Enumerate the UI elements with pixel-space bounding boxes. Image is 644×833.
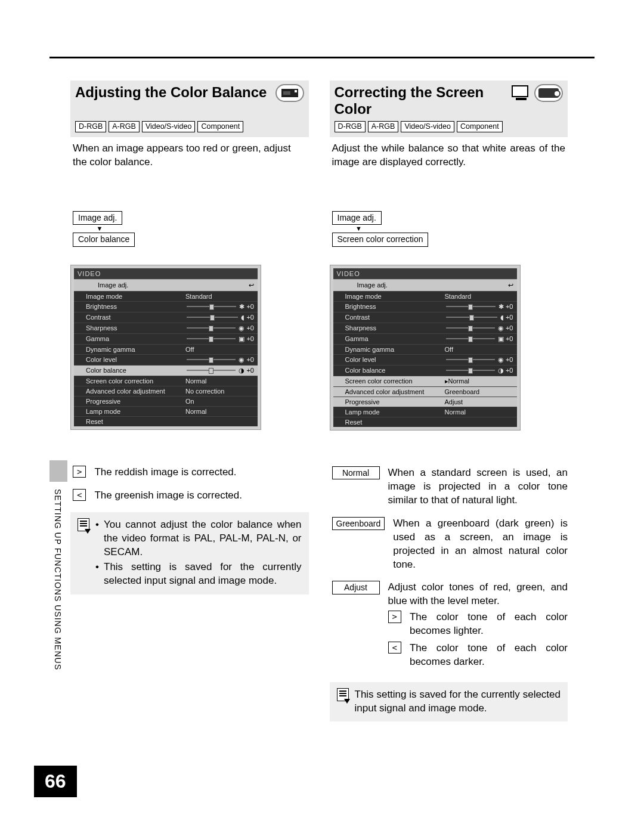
menu-row: ProgressiveOn bbox=[74, 396, 258, 406]
menu-item-label: Reset bbox=[86, 418, 185, 425]
note-item: You cannot adjust the color balance when… bbox=[95, 518, 302, 559]
menu-item-label: Sharpness bbox=[345, 324, 445, 332]
menu-row: Reset bbox=[74, 416, 258, 426]
crumb-top: Image adj. bbox=[73, 211, 122, 225]
option-label: Greenboard bbox=[332, 517, 385, 530]
menu-item-value: Adjust bbox=[445, 398, 513, 405]
section-header-right: Correcting the Screen Color bbox=[330, 80, 568, 121]
menu-item-label: Contrast bbox=[86, 314, 185, 321]
option-label: Adjust bbox=[332, 581, 380, 594]
section-title: Adjusting the Color Balance bbox=[75, 84, 275, 101]
menu-header: VIDEO bbox=[74, 268, 258, 279]
crumb-bottom: Color balance bbox=[73, 233, 135, 247]
menu-item-label: Advanced color adjustment bbox=[86, 388, 185, 395]
side-tab bbox=[49, 460, 67, 482]
menu-item-label: Progressive bbox=[345, 398, 445, 405]
menu-row: Image modeStandard bbox=[74, 291, 258, 301]
input-tags-left: D-RGB A-RGB Video/S-video Component bbox=[70, 121, 309, 137]
menu-item-label: Gamma bbox=[345, 335, 445, 342]
projector-icon bbox=[534, 84, 563, 102]
key-row: > The reddish image is corrected. bbox=[70, 466, 309, 479]
tag: Component bbox=[197, 121, 243, 132]
menu-item-value: Greenboard bbox=[445, 388, 513, 395]
menu-item-value: ✱ +0 bbox=[445, 303, 513, 311]
sub-key-row: <The color tone of each color becomes da… bbox=[388, 642, 568, 669]
menu-row: Gamma▣ +0 bbox=[74, 333, 258, 344]
key-row: < The greenish image is corrected. bbox=[70, 489, 309, 503]
top-rule bbox=[49, 57, 595, 58]
menu-path: Image adj. ▼ Screen color correction bbox=[330, 211, 568, 247]
note-body: This setting is saved for the currently … bbox=[355, 688, 561, 716]
menu-item-label: Lamp mode bbox=[86, 408, 185, 415]
menu-row: Color balance◑ +0 bbox=[333, 365, 517, 376]
menu-item-label: Color level bbox=[345, 356, 445, 363]
chevron-down-icon: ▼ bbox=[73, 225, 126, 232]
right-column: Correcting the Screen Color D-RGB A-RGB … bbox=[330, 80, 568, 721]
menu-item-value: Off bbox=[445, 346, 513, 353]
input-tags-right: D-RGB A-RGB Video/S-video Component bbox=[330, 121, 568, 137]
menu-item-label: Advanced color adjustment bbox=[345, 388, 445, 395]
menu-item-label: Brightness bbox=[345, 303, 445, 310]
menu-row: Reset bbox=[333, 417, 517, 427]
option-row: NormalWhen a standard screen is used, an… bbox=[330, 466, 568, 507]
tag: Component bbox=[457, 121, 503, 132]
crumb-top: Image adj. bbox=[332, 211, 382, 225]
menu-item-label: Color level bbox=[86, 356, 185, 363]
menu-item-label: Sharpness bbox=[86, 324, 185, 332]
menu-item-label: Dynamic gamma bbox=[86, 346, 185, 353]
menu-row: Brightness✱ +0 bbox=[333, 301, 517, 312]
menu-item-value: No correction bbox=[185, 388, 254, 395]
menu-tab: Image adj.↩ bbox=[74, 279, 258, 291]
menu-item-label: Image mode bbox=[345, 293, 445, 300]
menu-tab-label: Image adj. bbox=[357, 281, 388, 289]
menu-item-label: Color balance bbox=[345, 367, 445, 374]
left-column: Adjusting the Color Balance D-RGB A-RGB … bbox=[70, 80, 309, 721]
tag: Video/S-video bbox=[142, 121, 196, 132]
note-box: You cannot adjust the color balance when… bbox=[70, 512, 309, 595]
key-explanations: > The reddish image is corrected. < The … bbox=[70, 466, 309, 595]
menu-item-value: ◉ +0 bbox=[445, 324, 513, 332]
option-row: GreenboardWhen a greenboard (dark green)… bbox=[330, 517, 568, 572]
menu-item-value: ◖ +0 bbox=[185, 314, 254, 321]
note-icon bbox=[78, 518, 89, 531]
pc-icon bbox=[512, 85, 531, 101]
side-section-label: SETTING UP FUNCTIONS USING MENUS bbox=[53, 489, 63, 670]
menu-row: Sharpness◉ +0 bbox=[74, 323, 258, 333]
note-body: You cannot adjust the color balance when… bbox=[95, 518, 302, 589]
option-desc: When a standard screen is used, an image… bbox=[388, 466, 568, 507]
menu-header: VIDEO bbox=[333, 268, 517, 279]
option-label: Normal bbox=[332, 466, 380, 479]
header-icons bbox=[512, 84, 563, 102]
menu-item-label: Reset bbox=[345, 419, 445, 426]
menu-item-value: Normal bbox=[185, 408, 254, 415]
menu-row: Contrast◖ +0 bbox=[74, 312, 258, 323]
menu-row: Color level◉ +0 bbox=[333, 354, 517, 365]
menu-item-label: Lamp mode bbox=[345, 408, 445, 416]
menu-item-value: ◉ +0 bbox=[185, 356, 254, 364]
menu-item-label: Dynamic gamma bbox=[345, 346, 445, 353]
intro-text: When an image appears too red or green, … bbox=[70, 137, 309, 169]
tag: Video/S-video bbox=[401, 121, 454, 132]
remote-icon bbox=[275, 84, 304, 102]
menu-item-value: ◉ +0 bbox=[445, 356, 513, 364]
crumb-bottom: Screen color correction bbox=[332, 233, 429, 247]
menu-item-value: ▸Normal bbox=[445, 377, 513, 385]
menu-item-label: Brightness bbox=[86, 303, 185, 310]
menu-item-value: ◖ +0 bbox=[445, 314, 513, 321]
menu-path: Image adj. ▼ Color balance bbox=[70, 211, 309, 247]
section-header-left: Adjusting the Color Balance bbox=[70, 80, 309, 121]
menu-item-label: Contrast bbox=[345, 314, 445, 321]
menu-row: Gamma▣ +0 bbox=[333, 333, 517, 344]
arrow-key: < bbox=[388, 642, 401, 654]
content-columns: Adjusting the Color Balance D-RGB A-RGB … bbox=[70, 80, 568, 721]
menu-item-label: Gamma bbox=[86, 335, 185, 342]
menu-row: Lamp modeNormal bbox=[74, 406, 258, 416]
menu-items: Image modeStandardBrightness✱ +0Contrast… bbox=[74, 291, 258, 426]
menu-item-value: ▣ +0 bbox=[445, 335, 513, 343]
tag: A-RGB bbox=[368, 121, 399, 132]
menu-item-label: Progressive bbox=[86, 398, 185, 405]
sub-key-desc: The color tone of each color becomes dar… bbox=[410, 642, 568, 669]
arrow-key: > bbox=[388, 611, 401, 623]
menu-item-value: ✱ +0 bbox=[185, 303, 254, 311]
option-explanations: NormalWhen a standard screen is used, an… bbox=[330, 466, 568, 673]
